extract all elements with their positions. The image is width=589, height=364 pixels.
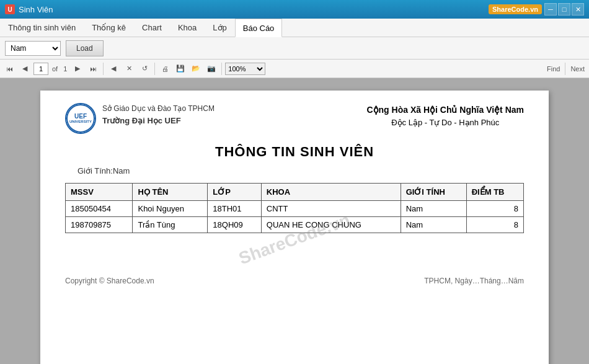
window-controls[interactable]: ─ □ ✕ (544, 3, 584, 16)
gender-filter: Giới Tính:Nam (78, 166, 524, 175)
cell-lop: 18QH09 (208, 217, 261, 233)
cell-mssv: 185050454 (66, 201, 133, 217)
divider-2 (154, 63, 155, 75)
last-page-button[interactable]: ⏭ (86, 62, 100, 76)
cell-khoa: CNTT (261, 201, 401, 217)
report-area: ShareCode.vn UEF UNIVERSITY Sở Giáo Dục … (0, 78, 589, 364)
title-bar: U Sinh Viên ShareCode.vn ─ □ ✕ (0, 0, 589, 19)
footer-copyright: Copyright © ShareCode.vn (65, 270, 154, 285)
page-of-label: of (50, 65, 60, 73)
menu-item-chart[interactable]: Chart (134, 19, 170, 37)
table-header-row: MSSV HỌ TÊN LỚP KHOA GIỚI TÍNH ĐIỂM TB (66, 184, 524, 201)
viewer-toolbar: ⏮ ◀ of 1 ▶ ⏭ ◀ ✕ ↺ 🖨 💾 📂 📷 100% 75% 150%… (0, 60, 589, 78)
print-button[interactable]: 🖨 (158, 62, 172, 76)
menu-item-thống-kê[interactable]: Thống kê (84, 19, 134, 37)
menu-item-khoa[interactable]: Khoa (170, 19, 205, 37)
report-footer-row: Copyright © ShareCode.vn TPHCM, Ngày…Thá… (65, 252, 524, 285)
save-button[interactable]: 💾 (174, 62, 187, 76)
title-bar-text: Sinh Viên (19, 5, 489, 14)
menu-bar: Thông tin sinh viênThống kêChartKhoaLớpB… (0, 19, 589, 37)
close-button[interactable]: ✕ (572, 3, 584, 16)
menu-item-thông-tin-sinh-viên[interactable]: Thông tin sinh viên (0, 19, 84, 37)
col-lop: LỚP (208, 184, 261, 201)
menu-item-lớp[interactable]: Lớp (205, 19, 234, 37)
maximize-button[interactable]: □ (558, 3, 570, 16)
next-page-button[interactable]: ▶ (71, 62, 84, 76)
load-button[interactable]: Load (66, 40, 104, 56)
col-khoa: KHOA (261, 184, 401, 201)
cell-lop: 18TH01 (208, 201, 261, 217)
table-row: 185050454 Khoi Nguyen 18TH01 CNTT Nam 8 (66, 201, 524, 217)
cell-gioitinh: Nam (401, 201, 466, 217)
school-text: Sở Giáo Dục và Đào Tạo TPHCM Trường Đại … (102, 103, 215, 128)
stop-button[interactable]: ✕ (122, 62, 136, 76)
first-page-button[interactable]: ⏮ (2, 62, 16, 76)
republic-line2: Độc Lập - Tự Do - Hạnh Phúc (366, 117, 524, 130)
cell-hoten: Khoi Nguyen (133, 201, 208, 217)
cell-hoten: Trần Tùng (133, 217, 208, 233)
cell-diemtb: 8 (466, 201, 523, 217)
snapshot-button[interactable]: 📷 (205, 62, 218, 76)
total-pages-label: 1 (61, 65, 69, 73)
school-line2: Trường Đại Học UEF (102, 115, 215, 128)
uef-logo: UEF UNIVERSITY (65, 103, 96, 134)
table-row: 198709875 Trần Tùng 18QH09 QUAN HE CONG … (66, 217, 524, 233)
footer-date: TPHCM, Ngày…Tháng…Năm (424, 270, 524, 285)
col-mssv: MSSV (66, 184, 133, 201)
app-icon: U (5, 4, 15, 14)
divider-4 (565, 63, 565, 75)
main-content: Nam Nữ Tất cả Load ⏮ ◀ of 1 ▶ ⏭ ◀ ✕ ↺ 🖨 … (0, 37, 589, 364)
zoom-select[interactable]: 100% 75% 150% (225, 63, 265, 75)
divider-3 (221, 63, 222, 75)
report-title: THÔNG TIN SINH VIÊN (65, 144, 524, 160)
divider-1 (103, 63, 104, 75)
col-gioitinh: GIỚI TÍNH (401, 184, 466, 201)
report-header: UEF UNIVERSITY Sở Giáo Dục và Đào Tạo TP… (65, 103, 524, 134)
cell-mssv: 198709875 (66, 217, 133, 233)
gender-select[interactable]: Nam Nữ Tất cả (5, 41, 61, 56)
col-diemtb: ĐIỂM TB (466, 184, 523, 201)
report-page: ShareCode.vn UEF UNIVERSITY Sở Giáo Dục … (40, 91, 549, 364)
republic-line1: Cộng Hòa Xã Hội Chủ Nghĩa Việt Nam (366, 103, 524, 117)
republic-text: Cộng Hòa Xã Hội Chủ Nghĩa Việt Nam Độc L… (366, 103, 524, 130)
menu-item-báo-cáo[interactable]: Báo Cáo (235, 19, 283, 37)
next-label: Next (569, 65, 587, 73)
sharecode-logo: ShareCode.vn (489, 4, 542, 14)
open-button[interactable]: 📂 (189, 62, 203, 76)
col-hoten: HỌ TÊN (133, 184, 208, 201)
minimize-button[interactable]: ─ (544, 3, 557, 16)
cell-khoa: QUAN HE CONG CHUNG (261, 217, 401, 233)
refresh-button[interactable]: ↺ (138, 62, 151, 76)
report-table: MSSV HỌ TÊN LỚP KHOA GIỚI TÍNH ĐIỂM TB 1… (65, 183, 524, 233)
find-label: Find (545, 65, 562, 73)
school-info: UEF UNIVERSITY Sở Giáo Dục và Đào Tạo TP… (65, 103, 215, 134)
school-line1: Sở Giáo Dục và Đào Tạo TPHCM (102, 103, 215, 115)
report-toolbar: Nam Nữ Tất cả Load (0, 37, 589, 60)
back-button[interactable]: ◀ (107, 62, 120, 76)
cell-diemtb: 8 (466, 217, 523, 233)
page-number-input[interactable] (33, 63, 48, 75)
cell-gioitinh: Nam (401, 217, 466, 233)
prev-page-button[interactable]: ◀ (18, 62, 32, 76)
